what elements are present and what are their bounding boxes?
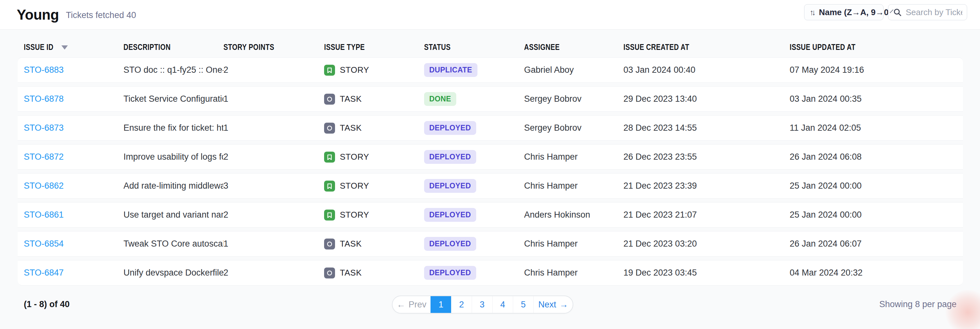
column-header-issue-id[interactable]: ISSUE ID — [24, 42, 124, 52]
created-at-cell: 19 Dec 2023 03:45 — [624, 268, 790, 278]
assignee-cell: Gabriel Aboy — [524, 65, 624, 75]
tickets-table: STO-6883 STO doc :: q1-fy25 :: One-click… — [18, 57, 963, 286]
created-at-cell: 21 Dec 2023 21:07 — [624, 210, 790, 220]
description-cell: Improve usability of logs for failur... — [124, 152, 223, 162]
column-header-issue-created-at[interactable]: ISSUE CREATED AT — [624, 42, 790, 52]
column-header-issue-updated-at[interactable]: ISSUE UPDATED AT — [790, 42, 963, 52]
story-points-cell: 2 — [223, 268, 324, 278]
issue-id-link[interactable]: STO-6847 — [24, 268, 64, 278]
next-arrow-icon: → — [560, 300, 568, 310]
created-at-cell: 21 Dec 2023 03:20 — [624, 239, 790, 249]
story-points-cell: 2 — [223, 65, 324, 75]
top-bar-controls: ↑↓ Name (Z→A, 9→0) — [804, 4, 967, 20]
description-cell: Tweak STO Core autoscaling par... — [124, 239, 223, 249]
assignee-cell: Chris Hamper — [524, 152, 624, 162]
issue-type-label: STORY — [340, 181, 369, 191]
table-row: STO-6847 Unify devspace Dockerfile build… — [18, 260, 963, 286]
page-button-4[interactable]: 4 — [492, 296, 513, 313]
page-button-3[interactable]: 3 — [472, 296, 492, 313]
table-row: STO-6878 Ticket Service Configuration 1 … — [18, 86, 963, 112]
issue-id-link[interactable]: STO-6872 — [24, 152, 64, 161]
search-icon — [893, 8, 902, 17]
created-at-cell: 26 Dec 2023 23:55 — [624, 152, 790, 162]
created-at-cell: 21 Dec 2023 23:39 — [624, 181, 790, 191]
column-header-status[interactable]: STATUS — [424, 42, 524, 52]
issue-type-cell: TASK — [324, 268, 424, 278]
column-header-assignee[interactable]: ASSIGNEE — [524, 42, 624, 52]
updated-at-cell: 25 Jan 2024 00:00 — [790, 181, 963, 191]
top-bar: Young Tickets fetched 40 ↑↓ Name (Z→A, 9… — [0, 0, 980, 30]
description-cell: Unify devspace Dockerfile build — [124, 268, 223, 278]
updated-at-cell: 26 Jan 2024 06:07 — [790, 239, 963, 249]
page-button-5[interactable]: 5 — [513, 296, 533, 313]
updated-at-cell: 26 Jan 2024 06:08 — [790, 152, 963, 162]
pagination-summary: (1 - 8) of 40 — [24, 299, 70, 309]
assignee-cell: Sergey Bobrov — [524, 94, 624, 104]
description-cell: Ensure the fix for ticket: https://h... — [124, 123, 223, 133]
issue-id-link[interactable]: STO-6854 — [24, 239, 64, 249]
description-cell: Add rate-limiting middleware to S... — [124, 181, 223, 191]
search-input[interactable] — [906, 7, 963, 18]
search-box — [888, 4, 967, 20]
updated-at-cell: 25 Jan 2024 00:00 — [790, 210, 963, 220]
issue-id-link[interactable]: STO-6878 — [24, 94, 64, 104]
issue-type-cell: TASK — [324, 238, 424, 249]
story-points-cell: 1 — [223, 123, 324, 133]
created-at-cell: 28 Dec 2023 14:55 — [624, 123, 790, 133]
column-header-story-points[interactable]: STORY POINTS — [223, 42, 324, 52]
task-circle-icon — [324, 238, 335, 249]
story-bookmark-icon — [324, 152, 335, 163]
table-header-row: ISSUE IDDESCRIPTIONSTORY POINTSISSUE TYP… — [18, 40, 963, 54]
issue-id-link[interactable]: STO-6861 — [24, 210, 64, 220]
description-cell: Use target and variant name sear... — [124, 210, 223, 220]
created-at-cell: 29 Dec 2023 13:40 — [624, 94, 790, 104]
per-page-label: Showing 8 per page — [879, 299, 956, 309]
issue-type-label: TASK — [340, 94, 362, 104]
task-circle-icon — [324, 268, 335, 278]
page-button-1[interactable]: 1 — [431, 296, 451, 313]
assignee-cell: Chris Hamper — [524, 268, 624, 278]
story-points-cell: 2 — [223, 210, 324, 220]
issue-type-cell: TASK — [324, 123, 424, 134]
column-header-description[interactable]: DESCRIPTION — [124, 42, 223, 52]
table-row: STO-6872 Improve usability of logs for f… — [18, 144, 963, 170]
issue-type-label: STORY — [340, 152, 369, 162]
table-row: STO-6883 STO doc :: q1-fy25 :: One-click… — [18, 57, 963, 83]
story-points-cell: 3 — [223, 181, 324, 191]
updated-at-cell: 04 Mar 2024 20:32 — [790, 268, 963, 278]
page-button-2[interactable]: 2 — [451, 296, 472, 313]
prev-page-button[interactable]: ← Prev — [393, 296, 431, 313]
table-row: STO-6862 Add rate-limiting middleware to… — [18, 173, 963, 199]
issue-type-label: TASK — [340, 268, 362, 278]
description-cell: Ticket Service Configuration — [124, 94, 223, 104]
sort-selected-option: Name (Z→A, 9→0) — [819, 7, 891, 18]
status-badge: DEPLOYED — [424, 179, 476, 193]
sort-desc-icon — [61, 45, 68, 50]
issue-type-label: TASK — [340, 123, 362, 133]
updated-at-cell: 11 Jan 2024 02:05 — [790, 123, 963, 133]
next-page-button[interactable]: Next → — [533, 296, 573, 313]
table-row: STO-6854 Tweak STO Core autoscaling par.… — [18, 231, 963, 257]
status-badge: DUPLICATE — [424, 63, 477, 77]
status-badge: DEPLOYED — [424, 208, 476, 222]
table-row: STO-6861 Use target and variant name sea… — [18, 202, 963, 228]
story-bookmark-icon — [324, 209, 335, 220]
issue-type-label: STORY — [340, 65, 369, 75]
story-bookmark-icon — [324, 65, 335, 76]
issue-type-cell: STORY — [324, 209, 424, 220]
issue-type-cell: TASK — [324, 94, 424, 105]
issue-id-link[interactable]: STO-6873 — [24, 123, 64, 133]
status-badge: DEPLOYED — [424, 121, 476, 135]
status-badge: DEPLOYED — [424, 237, 476, 251]
status-badge: DEPLOYED — [424, 266, 476, 280]
issue-id-link[interactable]: STO-6862 — [24, 181, 64, 190]
sort-dropdown[interactable]: ↑↓ Name (Z→A, 9→0) — [804, 4, 883, 20]
column-header-issue-type[interactable]: ISSUE TYPE — [324, 42, 424, 52]
issue-id-link[interactable]: STO-6883 — [24, 65, 64, 75]
story-bookmark-icon — [324, 180, 335, 192]
updated-at-cell: 07 May 2024 19:16 — [790, 65, 963, 75]
issue-type-cell: STORY — [324, 152, 424, 163]
page-title: Young — [17, 7, 59, 23]
created-at-cell: 03 Jan 2024 00:40 — [624, 65, 790, 75]
issue-type-cell: STORY — [324, 180, 424, 192]
